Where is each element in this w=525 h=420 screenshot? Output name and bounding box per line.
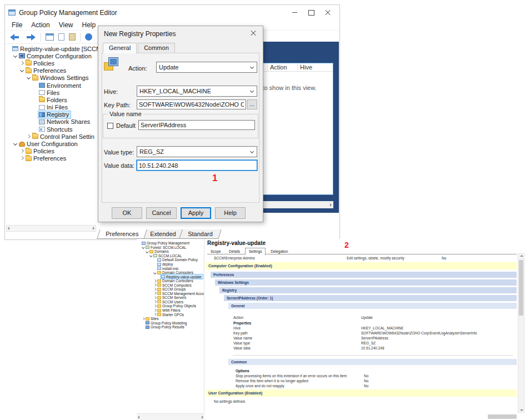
help-button[interactable]: Help (215, 207, 246, 219)
gpmc-item-sccm-management-account[interactable]: SCCM Management Account (137, 292, 204, 296)
tab-scope[interactable]: Scope (207, 248, 224, 254)
tree-item-windows-settings[interactable]: Windows Settings (5, 74, 99, 82)
gpmc-item-default-domain-policy[interactable]: Default Domain Policy (137, 258, 204, 262)
action-dropdown[interactable]: Update (156, 62, 257, 73)
expand-chevron[interactable] (153, 279, 157, 283)
menu-view[interactable]: View (59, 21, 73, 29)
expand-chevron[interactable] (153, 296, 157, 299)
tab-general[interactable]: General (103, 43, 137, 53)
gpmc-item-forest[interactable]: Forest: SCCM.LOCAL (137, 246, 204, 250)
tree-item-ini-files[interactable]: Ini Files (5, 104, 99, 111)
general-section-header[interactable]: General (228, 303, 517, 309)
hive-dropdown[interactable]: HKEY_LOCAL_MACHINE (137, 86, 257, 97)
preferences-header[interactable]: Preferences (211, 272, 517, 278)
expand-chevron[interactable] (19, 148, 25, 154)
gpmc-item-domain-computers[interactable]: Domain Computers (137, 271, 204, 275)
expand-chevron[interactable] (19, 156, 25, 161)
tree-item-policies[interactable]: Policies (5, 59, 99, 67)
properties-icon[interactable] (69, 33, 76, 41)
tree-item-control-panel-settings[interactable]: Control Panel Settin (5, 133, 99, 140)
user-configuration-header[interactable]: User Configuration (Enabled) (206, 389, 517, 397)
scroll-up-arrow[interactable] (520, 255, 523, 257)
dialog-close-icon[interactable] (244, 26, 263, 41)
tree-item-user-configuration[interactable]: User Configuration (5, 140, 99, 147)
expand-chevron[interactable] (19, 61, 25, 66)
gpmc-item-group-policy-results[interactable]: Group Policy Results (137, 325, 204, 329)
console-tree-icon[interactable] (46, 33, 54, 41)
gpmc-tree-horizontal-scrollbar[interactable] (137, 413, 204, 420)
menu-help[interactable]: Help (82, 21, 96, 29)
expand-chevron[interactable] (146, 250, 149, 253)
tab-settings[interactable]: Settings (245, 248, 266, 255)
expand-chevron[interactable] (153, 292, 157, 295)
expand-chevron[interactable] (26, 134, 32, 139)
cancel-button[interactable]: Cancel (146, 207, 177, 219)
common-section-header[interactable]: Common (228, 359, 517, 365)
tree-item-preferences[interactable]: Preferences (5, 67, 99, 74)
key-path-input[interactable] (137, 99, 246, 109)
tree-item-network-shares[interactable]: Network Shares (5, 118, 99, 126)
tab-delegation[interactable]: Delegation (267, 248, 291, 254)
expand-chevron[interactable] (13, 141, 18, 147)
report-vertical-scrollbar[interactable] (518, 253, 524, 413)
gpmc-item-group-policy-modeling[interactable]: Group Policy Modeling (137, 321, 204, 325)
default-checkbox[interactable] (107, 123, 113, 129)
gpmc-item-install-msi[interactable]: install-msi (137, 266, 204, 271)
expand-chevron[interactable] (153, 304, 157, 308)
value-type-dropdown[interactable]: REG_SZ (137, 146, 257, 157)
tree-item-user-preferences[interactable]: Preferences (5, 155, 99, 162)
scroll-left-arrow[interactable] (138, 416, 139, 419)
minimize-icon[interactable] (286, 6, 303, 19)
registry-item-header[interactable]: ServerIPAddress (Order: 1) (224, 295, 517, 301)
gpmc-item-deploy[interactable]: deploy (137, 262, 204, 267)
column-header-hive[interactable]: Hive (297, 63, 334, 72)
gpmc-item-sccm-groups[interactable]: SCCM Groups (137, 287, 204, 292)
gpmc-item-wmi-filters[interactable]: WMI Filters (137, 308, 204, 313)
tree-horizontal-scrollbar[interactable] (6, 225, 96, 232)
computer-configuration-header[interactable]: Computer Configuration (Enabled) (206, 262, 517, 269)
maximize-icon[interactable] (303, 6, 319, 19)
value-data-input[interactable] (137, 160, 257, 171)
value-name-input[interactable] (138, 120, 255, 130)
scroll-down-arrow[interactable] (520, 409, 523, 411)
expand-chevron[interactable] (153, 313, 157, 316)
tab-common[interactable]: Common (138, 43, 175, 53)
back-icon[interactable] (9, 33, 21, 41)
tree-item-environment[interactable]: Environment (5, 82, 99, 89)
expand-chevron[interactable] (153, 283, 157, 287)
expand-chevron[interactable] (142, 317, 145, 321)
windows-settings-header[interactable]: Windows Settings (215, 279, 517, 286)
expand-chevron[interactable] (153, 288, 157, 291)
scroll-thumb[interactable] (519, 260, 523, 316)
registry-header[interactable]: Registry (219, 287, 517, 293)
tab-extended[interactable]: Extended (142, 229, 185, 239)
tree-item-files[interactable]: Files (5, 89, 99, 96)
expand-chevron[interactable] (13, 53, 18, 59)
expand-chevron[interactable] (26, 75, 32, 81)
scroll-right-arrow[interactable] (202, 416, 203, 419)
close-icon[interactable] (319, 6, 336, 19)
tree-item-user-policies[interactable]: Policies (5, 148, 99, 155)
gpmc-item-domains[interactable]: Domains (137, 249, 204, 254)
expand-chevron[interactable] (153, 309, 157, 312)
scroll-right-arrow[interactable] (330, 203, 332, 207)
menu-file[interactable]: File (12, 21, 22, 29)
tree-item-computer-configuration[interactable]: Computer Configuration (5, 52, 99, 59)
gpmc-item-group-policy-objects[interactable]: Group Policy Objects (137, 304, 204, 308)
expand-chevron[interactable] (149, 254, 153, 257)
scroll-left-arrow[interactable] (8, 227, 9, 230)
report-horizontal-scroll-thumb[interactable] (488, 414, 517, 419)
tree-item-registry[interactable]: Registry (5, 111, 99, 118)
scroll-right-arrow[interactable] (93, 227, 94, 230)
help-icon[interactable] (85, 33, 92, 41)
column-header-action[interactable]: Action (267, 63, 297, 72)
ok-button[interactable]: OK (112, 207, 142, 219)
gpmc-item-sccm-servers[interactable]: SCCM Servers (137, 296, 204, 300)
gpmc-item-registry-value-update[interactable]: Registry-value-update (137, 274, 204, 279)
gpmc-item-sites[interactable]: Sites (137, 317, 204, 321)
forward-icon[interactable] (25, 33, 36, 41)
tree-item-folders[interactable]: Folders (5, 96, 99, 103)
browse-button[interactable]: ... (247, 99, 257, 109)
apply-button[interactable]: Apply (181, 207, 211, 219)
gpmc-item-domain-sccm-local[interactable]: SCCM.LOCAL (137, 254, 204, 258)
